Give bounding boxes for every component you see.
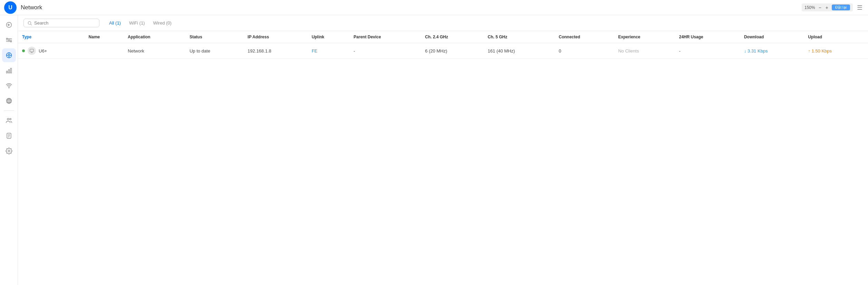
main-layout: All (1) WiFi (1) Wired (0) Type Name App…	[0, 15, 868, 285]
sidebar-item-users[interactable]	[2, 114, 16, 127]
app-logo: U	[4, 1, 17, 14]
svg-point-32	[28, 21, 31, 24]
zoom-minus-button[interactable]: −	[818, 5, 822, 10]
devices-table: Type Name Application Status IP Address …	[18, 31, 868, 59]
col-header-ip: IP Address	[243, 31, 308, 43]
zoom-reset-button[interactable]: Đặt lại	[832, 4, 850, 10]
col-header-status: Status	[185, 31, 243, 43]
cell-parent: -	[349, 43, 421, 59]
svg-point-26	[10, 118, 11, 120]
device-model: U6+	[39, 48, 47, 54]
svg-point-1	[6, 38, 7, 39]
sidebar-divider	[4, 111, 14, 111]
col-header-type: Type	[18, 31, 85, 43]
col-header-name: Name	[85, 31, 124, 43]
svg-point-3	[10, 41, 11, 42]
svg-point-19	[9, 87, 9, 88]
search-input[interactable]	[34, 20, 96, 26]
sidebar-item-list[interactable]	[2, 129, 16, 143]
svg-point-25	[7, 118, 9, 120]
cell-name	[85, 43, 124, 59]
sidebar-item-back[interactable]	[2, 18, 16, 32]
search-box[interactable]	[23, 19, 99, 27]
col-header-ch24: Ch. 2.4 GHz	[421, 31, 484, 43]
page-title: Network	[21, 4, 42, 11]
search-icon	[27, 21, 32, 26]
cell-connected: 0	[554, 43, 614, 59]
zoom-plus-button[interactable]: +	[825, 5, 829, 10]
cell-ch24: 6 (20 MHz)	[421, 43, 484, 59]
sidebar-item-wifi[interactable]	[2, 79, 16, 93]
cell-status: Up to date	[185, 43, 243, 59]
tab-group: All (1) WiFi (1) Wired (0)	[105, 19, 176, 27]
tab-wired[interactable]: Wired (0)	[149, 19, 175, 27]
status-indicator	[22, 49, 25, 52]
cell-ip: 192.168.1.8	[243, 43, 308, 59]
svg-rect-17	[8, 70, 9, 73]
cell-ch5: 161 (40 MHz)	[484, 43, 555, 59]
col-header-download: Download	[740, 31, 804, 43]
svg-point-11	[8, 55, 10, 56]
svg-point-2	[8, 39, 9, 40]
sidebar-item-stats[interactable]	[2, 64, 16, 77]
top-bar: U Network 150% − + Đặt lại ☰	[0, 0, 868, 15]
sidebar-item-gear[interactable]	[2, 144, 16, 158]
sidebar-item-network[interactable]	[2, 48, 16, 62]
device-icon	[28, 47, 36, 55]
svg-rect-16	[6, 71, 7, 73]
svg-line-33	[31, 24, 32, 25]
col-header-parent: Parent Device	[349, 31, 421, 43]
sidebar-item-sliders[interactable]	[2, 33, 16, 47]
toolbar: All (1) WiFi (1) Wired (0)	[18, 15, 868, 31]
col-header-connected: Connected	[554, 31, 614, 43]
cell-download: ↓ 3.31 Kbps	[740, 43, 804, 59]
col-header-ch5: Ch. 5 GHz	[484, 31, 555, 43]
col-header-upload: Upload	[804, 31, 868, 43]
table-header-row: Type Name Application Status IP Address …	[18, 31, 868, 43]
top-bar-right: 150% − + Đặt lại ☰	[802, 2, 864, 13]
svg-point-31	[8, 150, 10, 152]
content-area: All (1) WiFi (1) Wired (0) Type Name App…	[18, 15, 868, 285]
zoom-level: 150%	[804, 5, 815, 10]
sidebar-item-globe[interactable]	[2, 94, 16, 108]
svg-rect-34	[30, 49, 34, 52]
tab-all[interactable]: All (1)	[105, 19, 125, 27]
cell-experience: No Clients	[614, 43, 675, 59]
col-header-usage24: 24HR Usage	[675, 31, 740, 43]
cell-application: Network	[124, 43, 185, 59]
col-header-experience: Experience	[614, 31, 675, 43]
table-area: Type Name Application Status IP Address …	[18, 31, 868, 285]
table-row[interactable]: U6+ Network Up to date 192.168.1.8 FE - …	[18, 43, 868, 59]
svg-rect-18	[10, 68, 11, 73]
col-header-application: Application	[124, 31, 185, 43]
tab-wifi[interactable]: WiFi (1)	[125, 19, 149, 27]
sidebar	[0, 15, 18, 285]
cell-upload: ↑ 1.50 Kbps	[804, 43, 868, 59]
cell-type: U6+	[18, 43, 85, 59]
col-header-uplink: Uplink	[308, 31, 349, 43]
cell-usage24: -	[675, 43, 740, 59]
cell-uplink: FE	[308, 43, 349, 59]
zoom-control: 150% − + Đặt lại	[802, 3, 853, 11]
menu-button[interactable]: ☰	[856, 2, 864, 13]
